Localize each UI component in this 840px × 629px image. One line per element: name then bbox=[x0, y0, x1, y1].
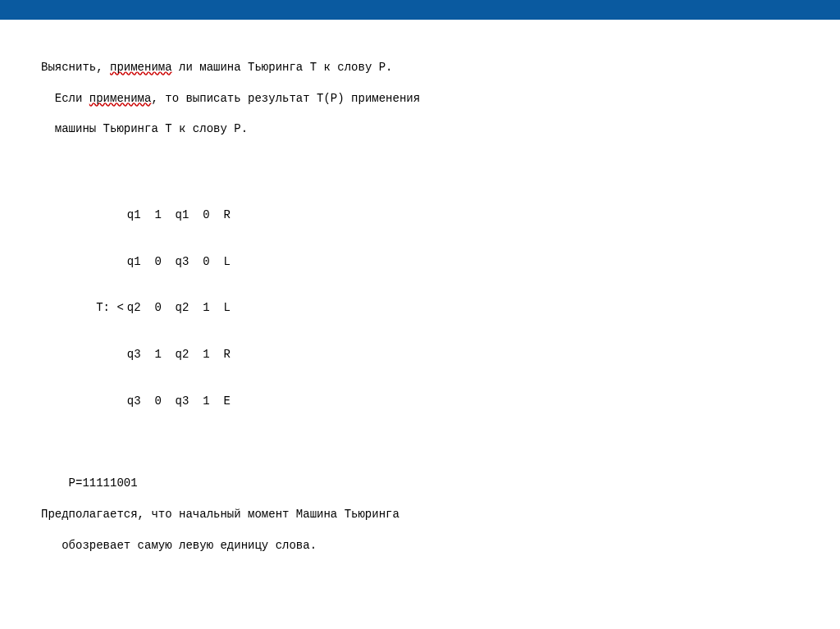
rule-row: q3 0 q3 1 E bbox=[127, 394, 231, 409]
transition-table: T: < q1 1 q1 0 R q1 0 q3 0 L q2 0 q2 1 L… bbox=[41, 176, 807, 440]
rule-row: q2 0 q2 1 L bbox=[127, 300, 231, 316]
table-label: T: < bbox=[96, 300, 124, 316]
spellcheck-word: применима bbox=[110, 61, 172, 74]
spellcheck-word: применима bbox=[89, 92, 152, 105]
task-line-2: Если применима, то выписать результат Т(… bbox=[41, 91, 807, 107]
assumption-line-2: обозревает самую левую единицу слова. bbox=[41, 538, 807, 554]
rule-row: q1 1 q1 0 R bbox=[127, 207, 231, 223]
rule-row: q1 0 q3 0 L bbox=[127, 254, 231, 270]
blank-line bbox=[41, 590, 807, 606]
task-line-1: Выяснить, применима ли машина Тьюринга Т… bbox=[41, 60, 807, 75]
header-bar bbox=[0, 0, 840, 20]
rule-row: q3 1 q2 1 R bbox=[127, 347, 231, 362]
assumption-line-1: Предполагается, что начальный момент Маш… bbox=[41, 507, 807, 522]
input-word: P=11111001 bbox=[41, 476, 807, 491]
task-line-3: машины Тьюринга Т к слову Р. bbox=[41, 121, 807, 137]
transition-rules: q1 1 q1 0 R q1 0 q3 0 L q2 0 q2 1 L q3 1… bbox=[127, 176, 231, 440]
document-body: Выяснить, применима ли машина Тьюринга Т… bbox=[0, 20, 840, 629]
